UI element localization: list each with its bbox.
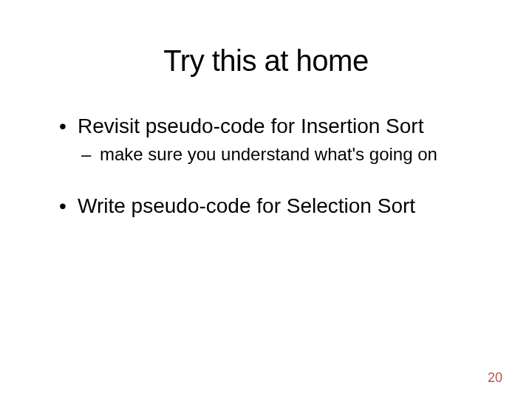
page-number: 20: [488, 370, 502, 386]
slide-content: Revisit pseudo-code for Insertion Sort m…: [37, 115, 495, 218]
slide-container: Try this at home Revisit pseudo-code for…: [0, 0, 532, 399]
bullet-item: Write pseudo-code for Selection Sort: [59, 194, 495, 218]
bullet-item: Revisit pseudo-code for Insertion Sort: [59, 115, 495, 138]
slide-title: Try this at home: [37, 44, 495, 78]
bullet-sub-item: make sure you understand what's going on: [59, 144, 495, 165]
